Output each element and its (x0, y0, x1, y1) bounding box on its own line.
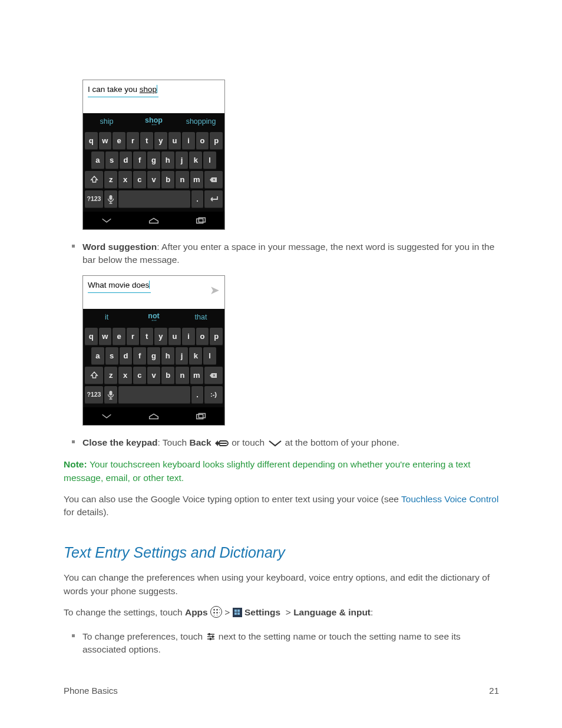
sliders-icon (206, 631, 216, 642)
section-p1: You can change the preferences when usin… (64, 571, 499, 598)
section-p2: To change the settings, touch Apps > Set… (64, 606, 499, 619)
svg-rect-0 (110, 195, 113, 200)
nav-down-icon (100, 411, 113, 421)
svg-rect-2 (199, 218, 205, 222)
voice-paragraph: You can also use the Google Voice typing… (64, 493, 499, 519)
nav-down-icon (100, 216, 113, 225)
keyboard-1: qwertyuiop asdfghjkl zxcvbnm ?123 . (83, 130, 224, 212)
settings-icon (233, 608, 242, 617)
preferences-bullet: To change preferences, touch next to the… (82, 630, 499, 657)
note-paragraph: Note: Your touchscreen keyboard looks sl… (64, 458, 499, 485)
mic-key-icon (104, 190, 117, 208)
svg-rect-8 (210, 638, 211, 640)
footer-left: Phone Basics (64, 684, 118, 697)
chevron-down-icon (267, 436, 283, 449)
keyboard-screenshot-2: What movie does ➤ it not that qwertyuiop… (82, 275, 499, 426)
shift-key-icon (85, 367, 103, 384)
enter-key-icon (204, 190, 223, 208)
svg-rect-7 (212, 635, 214, 638)
shift-key-icon (85, 171, 103, 189)
suggestion-bar-1: ship shop shopping (83, 113, 224, 130)
touchless-voice-link[interactable]: Touchless Voice Control (401, 494, 498, 504)
keyboard-screenshot-1: I can take you shop ship shop shopping q… (82, 80, 499, 230)
phone-navbar-2 (83, 407, 224, 425)
word-suggestion-bullet: Word suggestion: After you enter a space… (82, 241, 499, 267)
nav-home-icon (147, 411, 160, 421)
svg-rect-6 (209, 633, 210, 635)
keyboard-2: qwertyuiop asdfghjkl zxcvbnm ?123 . :-) (83, 325, 224, 407)
nav-recent-icon (194, 216, 207, 225)
mic-key-icon (104, 386, 117, 404)
nav-home-icon (147, 216, 160, 225)
svg-rect-1 (197, 219, 203, 223)
close-keypad-bullet: Close the keypad: Touch Back or touch at… (82, 436, 499, 450)
send-icon: ➤ (210, 282, 220, 299)
message-input-1: I can take you shop (83, 80, 224, 113)
suggestion-bar-2: it not that (83, 309, 224, 325)
footer-page-number: 21 (489, 684, 499, 697)
nav-recent-icon (194, 411, 207, 421)
apps-icon (210, 606, 222, 618)
phone-navbar-1 (83, 212, 224, 229)
backspace-key-icon (204, 171, 223, 189)
backspace-key-icon (204, 367, 223, 384)
svg-rect-4 (197, 414, 203, 419)
svg-rect-3 (110, 391, 113, 396)
section-heading: Text Entry Settings and Dictionary (64, 542, 499, 563)
back-icon (214, 436, 229, 449)
svg-rect-5 (199, 413, 205, 417)
message-input-2: What movie does ➤ (83, 276, 224, 309)
